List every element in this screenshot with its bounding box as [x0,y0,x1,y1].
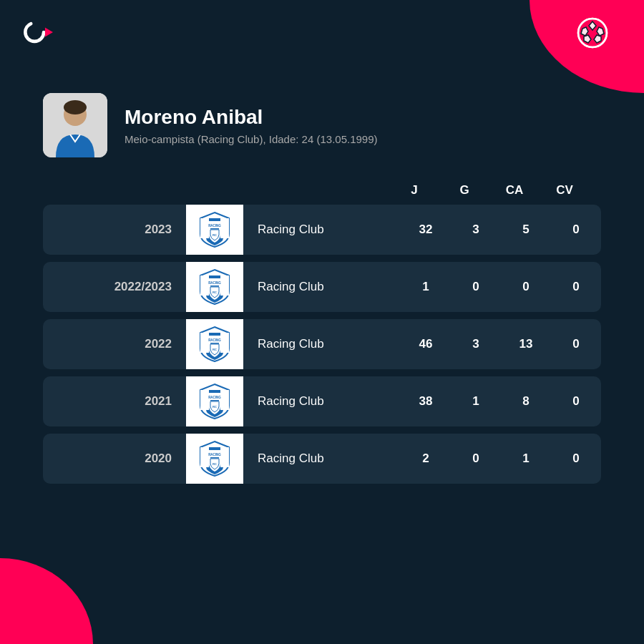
svg-text:RACING: RACING [208,224,221,228]
svg-point-16 [64,100,87,114]
club-logo-cell: RACING RC [186,376,243,426]
table-row: 2022 RACING RC Racing Club 46 3 13 0 [43,319,601,369]
season-cell: 2022 [43,326,186,363]
stat-ca: 0 [501,280,551,294]
club-logo-cell: RACING RC [186,434,243,484]
soccer-ball-icon [577,17,608,55]
stat-ca: 13 [501,337,551,351]
season-cell: 2021 [43,383,186,420]
player-name: Moreno Anibal [125,106,378,129]
table-row: 2022/2023 RACING RC Racing Club 1 0 0 0 [43,262,601,312]
svg-rect-30 [210,343,219,344]
svg-rect-33 [220,390,229,410]
stat-j: 38 [401,394,451,409]
stat-j: 32 [401,223,451,237]
svg-text:RC: RC [213,405,217,409]
avatar [43,93,107,157]
stat-cv: 0 [551,280,601,294]
svg-text:RC: RC [213,462,217,466]
club-name-cell: Racing Club [243,394,401,409]
col-j: J [389,183,439,197]
svg-rect-35 [210,400,219,401]
col-g: G [439,183,489,197]
stat-j: 1 [401,280,451,294]
club-name-cell: Racing Club [243,223,401,237]
club-name-cell: Racing Club [243,452,401,466]
club-name-cell: Racing Club [243,337,401,351]
col-cv: CV [540,183,590,197]
stat-g: 3 [451,337,501,351]
stats-table: 2023 RACING RC Racing Club 32 3 5 0 2022… [43,205,601,484]
player-subtitle: Meio-campista (Racing Club), Idade: 24 (… [125,133,378,145]
season-cell: 2023 [43,211,186,248]
stat-g: 0 [451,280,501,294]
app-logo [20,16,53,49]
player-header: Moreno Anibal Meio-campista (Racing Club… [43,93,601,157]
svg-rect-38 [220,447,229,467]
col-ca: CA [489,183,540,197]
season-cell: 2022/2023 [43,268,186,306]
svg-marker-1 [45,28,53,37]
table-row: 2021 RACING RC Racing Club 38 1 8 0 [43,376,601,426]
stat-ca: 5 [501,223,551,237]
svg-rect-27 [200,333,209,353]
player-info: Moreno Anibal Meio-campista (Racing Club… [125,106,378,145]
svg-rect-20 [210,228,219,230]
stat-cv: 0 [551,394,601,409]
stat-ca: 8 [501,394,551,409]
svg-rect-28 [220,333,229,353]
svg-text:RACING: RACING [208,281,221,285]
bottom-left-decoration [0,558,93,644]
stat-j: 2 [401,452,451,466]
club-name-cell: Racing Club [243,280,401,294]
svg-rect-25 [210,286,219,287]
svg-text:RACING: RACING [208,338,221,342]
svg-rect-32 [200,390,209,410]
svg-rect-40 [210,457,219,459]
svg-text:RACING: RACING [208,453,221,457]
table-row: 2020 RACING RC Racing Club 2 0 1 0 [43,434,601,484]
club-logo-cell: RACING RC [186,262,243,312]
stat-cv: 0 [551,452,601,466]
season-cell: 2020 [43,440,186,477]
svg-text:RC: RC [213,233,217,237]
table-header: J G CA CV [43,183,601,197]
stat-cv: 0 [551,223,601,237]
stat-cv: 0 [551,337,601,351]
stat-j: 46 [401,337,451,351]
stat-g: 0 [451,452,501,466]
svg-point-0 [25,23,44,42]
stat-ca: 1 [501,452,551,466]
svg-text:RC: RC [213,348,217,351]
main-content: Moreno Anibal Meio-campista (Racing Club… [43,93,601,491]
stat-g: 3 [451,223,501,237]
svg-rect-22 [200,275,209,296]
table-row: 2023 RACING RC Racing Club 32 3 5 0 [43,205,601,255]
svg-text:RACING: RACING [208,396,221,399]
svg-rect-17 [200,218,209,238]
svg-rect-18 [220,218,229,238]
svg-rect-37 [200,447,209,467]
stat-g: 1 [451,394,501,409]
svg-text:RC: RC [213,291,217,294]
club-logo-cell: RACING RC [186,205,243,255]
svg-marker-3 [589,21,596,30]
club-logo-cell: RACING RC [186,319,243,369]
svg-rect-23 [220,275,229,296]
